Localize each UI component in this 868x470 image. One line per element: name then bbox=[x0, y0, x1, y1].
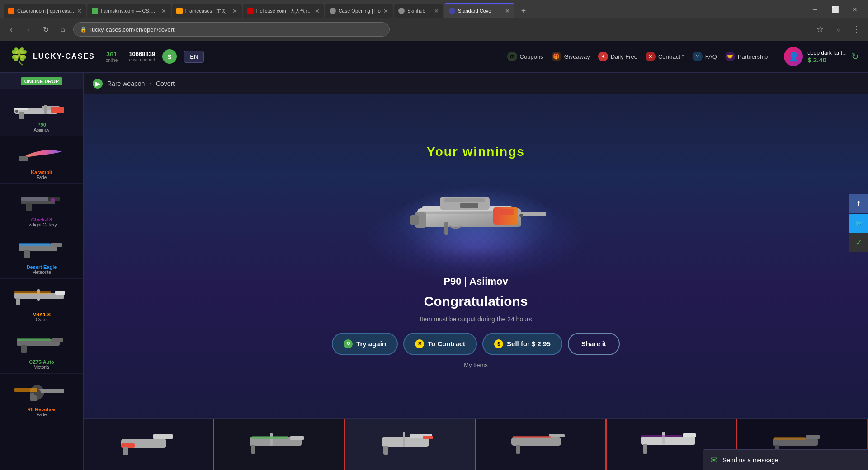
sidebar-weapon-m4a1-img bbox=[12, 282, 71, 312]
browser-tab-5[interactable]: Case Opening | Ho ✕ bbox=[325, 4, 393, 18]
header-nav: 🎟 Coupons 🎁 Giveaway ✦ Daily Free ✕ Cont… bbox=[507, 52, 768, 61]
nav-partnership-label: Partnership bbox=[738, 53, 768, 60]
cases-label: case opened bbox=[129, 57, 155, 62]
share-button[interactable]: Share it bbox=[568, 333, 620, 355]
my-items-link[interactable]: My Items bbox=[464, 362, 488, 368]
try-again-button[interactable]: ↻ Try again bbox=[332, 333, 398, 355]
more-button[interactable]: ⋮ bbox=[849, 22, 863, 37]
nav-coupons-label: Coupons bbox=[520, 53, 543, 60]
tab-6-close[interactable]: ✕ bbox=[434, 8, 439, 14]
sidebar-item-karambit[interactable]: Karambit Fade bbox=[0, 136, 83, 184]
browser-tab-4[interactable]: Hellcase.com · 大人气↑... ✕ bbox=[243, 4, 324, 18]
sidebar-item-cz75[interactable]: CZ75-Auto Victoria bbox=[0, 326, 83, 374]
sidebar-item-deagle[interactable]: Desert Eagle Meteorite bbox=[0, 231, 83, 279]
social-bar: f 🐦 ✓ bbox=[849, 194, 868, 252]
svg-rect-53 bbox=[252, 436, 288, 439]
sidebar-item-p90[interactable]: P90 Asiimov bbox=[0, 89, 83, 136]
svg-rect-23 bbox=[21, 345, 27, 353]
extensions-button[interactable]: ⬦ bbox=[831, 22, 845, 37]
svg-rect-51 bbox=[270, 433, 273, 446]
tab-4-favicon bbox=[247, 8, 254, 14]
bookmarks-button[interactable]: ☆ bbox=[813, 22, 827, 37]
svg-rect-57 bbox=[403, 432, 405, 446]
carousel-item-1[interactable] bbox=[84, 419, 214, 470]
minimize-button[interactable]: ─ bbox=[806, 3, 825, 16]
user-profile: 👤 deep dark fant... $ 2.40 ↻ bbox=[784, 47, 859, 66]
svg-rect-59 bbox=[383, 446, 388, 455]
sidebar-item-deagle-skin: Meteorite bbox=[32, 270, 51, 275]
tab-3-close[interactable]: ✕ bbox=[232, 8, 237, 14]
browser-tab-1[interactable]: Caserandom | open cas... ✕ bbox=[4, 4, 86, 18]
item-note: Item must be output during the 24 hours bbox=[420, 315, 532, 323]
tab-4-close[interactable]: ✕ bbox=[315, 8, 320, 14]
message-text: Send us a message bbox=[722, 456, 778, 464]
svg-rect-61 bbox=[549, 434, 565, 437]
message-bar[interactable]: ✉ Send us a message bbox=[703, 449, 868, 470]
sell-button[interactable]: $ Sell for $ 2.95 bbox=[482, 333, 562, 355]
check-button[interactable]: ✓ bbox=[849, 233, 868, 252]
carousel-item-3[interactable] bbox=[345, 419, 476, 470]
reload-button[interactable]: ↻ bbox=[39, 23, 52, 36]
tab-1-close[interactable]: ✕ bbox=[77, 8, 82, 14]
back-button[interactable]: ‹ bbox=[5, 23, 18, 36]
breadcrumb-icon: ▶ bbox=[93, 79, 103, 89]
sidebar-item-glock[interactable]: Glock-18 Twilight Galaxy bbox=[0, 184, 83, 231]
tab-1-title: Caserandom | open cas... bbox=[17, 8, 74, 14]
tab-6-favicon bbox=[398, 8, 405, 14]
to-contract-button[interactable]: ✕ To Contract bbox=[403, 333, 477, 355]
tab-4-title: Hellcase.com · 大人气↑... bbox=[256, 8, 312, 14]
try-again-label: Try again bbox=[356, 340, 386, 348]
tab-5-close[interactable]: ✕ bbox=[383, 8, 388, 14]
tab-7-close[interactable]: ✕ bbox=[505, 8, 510, 14]
nav-giveaway[interactable]: 🎁 Giveaway bbox=[552, 52, 590, 61]
restore-button[interactable]: ⬜ bbox=[826, 3, 844, 16]
page: 🍀 LUCKY-CASES 361 online 10668839 case o… bbox=[0, 41, 868, 470]
clover-icon: 🍀 bbox=[9, 47, 29, 66]
facebook-button[interactable]: f bbox=[849, 194, 868, 213]
nav-faq[interactable]: ? FAQ bbox=[693, 52, 717, 61]
username: deep dark fant... bbox=[807, 50, 847, 56]
sidebar-item-m4a1[interactable]: M4A1-S Cyrex bbox=[0, 279, 83, 326]
sidebar-item-p90-skin: Asiimov bbox=[33, 127, 49, 132]
balance-refresh-icon[interactable]: ↻ bbox=[851, 51, 859, 62]
address-bar[interactable]: 🔒 lucky-cases.com/en/open/covert bbox=[73, 22, 390, 37]
svg-rect-52 bbox=[290, 436, 304, 440]
nav-contract[interactable]: ✕ Contract * bbox=[646, 52, 684, 61]
nav-daily-free[interactable]: ✦ Daily Free bbox=[598, 52, 637, 61]
winning-title: Your winnings bbox=[427, 145, 525, 159]
svg-rect-45 bbox=[444, 222, 448, 235]
site-logo[interactable]: 🍀 LUCKY-CASES bbox=[9, 47, 95, 66]
sidebar-item-p90-name: P90 bbox=[37, 122, 46, 127]
svg-rect-2 bbox=[19, 112, 24, 119]
carousel-item-4[interactable] bbox=[476, 419, 607, 470]
nav-coupons[interactable]: 🎟 Coupons bbox=[507, 52, 543, 61]
tab-7-title: Standard Cove bbox=[458, 8, 502, 14]
nav-daily-free-label: Daily Free bbox=[611, 53, 637, 60]
svg-rect-49 bbox=[123, 447, 128, 455]
sidebar-weapon-p90-img bbox=[12, 93, 71, 122]
svg-rect-66 bbox=[662, 432, 665, 444]
close-window-button[interactable]: ✕ bbox=[845, 3, 864, 16]
forward-button[interactable]: › bbox=[22, 23, 35, 36]
tab-2-close[interactable]: ✕ bbox=[161, 8, 166, 14]
language-button[interactable]: EN bbox=[184, 51, 204, 63]
nav-partnership[interactable]: 🤝 Partnership bbox=[725, 52, 768, 61]
svg-rect-25 bbox=[17, 338, 51, 341]
tab-2-favicon bbox=[92, 8, 98, 14]
browser-tab-6[interactable]: Skinhub ✕ bbox=[394, 4, 443, 18]
breadcrumb-category[interactable]: Rare weapon bbox=[107, 80, 145, 87]
carousel-item-2[interactable] bbox=[214, 419, 345, 470]
browser-tab-2[interactable]: Farmskins.com — CS:GI... ✕ bbox=[87, 4, 171, 18]
new-tab-button[interactable]: + bbox=[517, 5, 530, 17]
sidebar-item-r8-skin: Fade bbox=[37, 412, 47, 417]
svg-rect-21 bbox=[14, 291, 51, 294]
browser-tab-7-active[interactable]: Standard Cove ✕ bbox=[444, 3, 514, 18]
currency-button[interactable]: $ bbox=[162, 49, 177, 64]
sidebar-item-r8[interactable]: R8 Revolver Fade bbox=[0, 374, 83, 421]
twitter-button[interactable]: 🐦 bbox=[849, 214, 868, 233]
home-button[interactable]: ⌂ bbox=[56, 23, 70, 36]
svg-point-44 bbox=[519, 214, 523, 217]
browser-tab-3[interactable]: Flamecases | 主页 ✕ bbox=[172, 4, 242, 18]
tab-5-favicon bbox=[330, 8, 336, 14]
body-row: ONLINE DROP bbox=[0, 73, 868, 470]
